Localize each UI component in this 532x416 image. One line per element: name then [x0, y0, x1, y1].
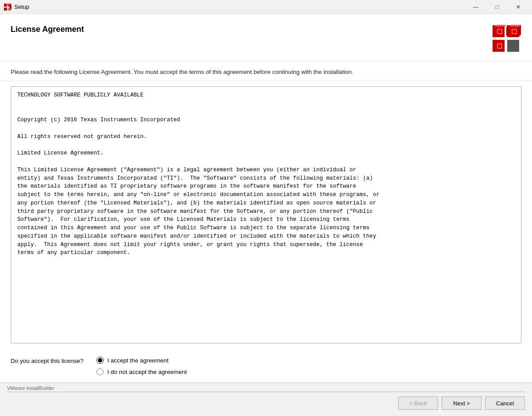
radio-options: I accept the agreement I do not accept t… — [97, 357, 186, 375]
radio-section: Do you accept this license? I accept the… — [0, 349, 532, 382]
button-row: < Back Next > Cancel — [0, 392, 532, 416]
svg-rect-9 — [507, 40, 519, 52]
svg-marker-11 — [509, 25, 521, 27]
accept-label: I accept the agreement — [107, 357, 168, 364]
product-logo — [490, 23, 521, 54]
close-button[interactable]: ✕ — [508, 0, 528, 14]
header: License Agreement — [0, 14, 532, 62]
svg-marker-13 — [506, 25, 508, 36]
maximize-button[interactable]: □ — [487, 0, 507, 14]
svg-marker-10 — [495, 25, 506, 27]
next-button[interactable]: Next > — [442, 397, 482, 410]
window-title: Setup — [14, 4, 466, 10]
svg-rect-7 — [507, 25, 519, 37]
decline-label: I do not accept the agreement — [107, 369, 186, 375]
app-icon — [4, 3, 12, 11]
decline-option[interactable]: I do not accept the agreement — [97, 368, 186, 375]
cancel-button[interactable]: Cancel — [485, 397, 525, 410]
license-text[interactable] — [11, 87, 521, 343]
svg-rect-2 — [4, 8, 7, 11]
accept-radio[interactable] — [97, 357, 104, 364]
back-button[interactable]: < Back — [398, 397, 438, 410]
bottom-bar: VMware InstallBuilder < Back Next > Canc… — [0, 382, 532, 416]
titlebar: Setup — □ ✕ — [0, 0, 532, 14]
svg-marker-12 — [519, 25, 521, 36]
page-title: License Agreement — [11, 23, 84, 34]
accept-option[interactable]: I accept the agreement — [97, 357, 186, 364]
vmware-label: VMware InstallBuilder — [0, 383, 532, 391]
svg-rect-8 — [493, 40, 505, 52]
window-controls: — □ ✕ — [466, 0, 528, 14]
radio-question: Do you accept this license? — [11, 357, 83, 364]
decline-radio[interactable] — [97, 368, 104, 375]
minimize-button[interactable]: — — [466, 0, 486, 14]
license-area — [11, 86, 521, 343]
main-content: License Agreement Please read the follow… — [0, 14, 532, 382]
svg-rect-6 — [493, 25, 505, 37]
description-text: Please read the following License Agreem… — [0, 62, 532, 81]
